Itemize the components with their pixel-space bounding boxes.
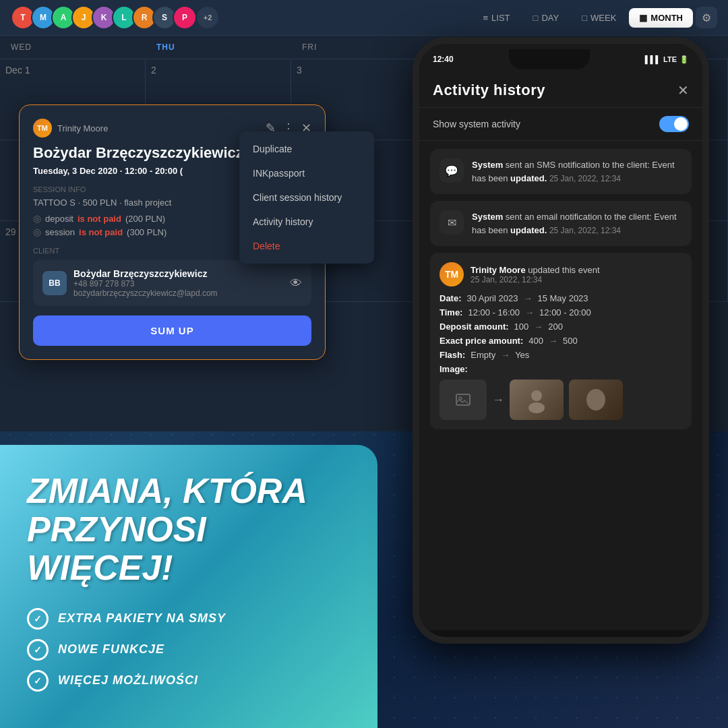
week-icon: □ xyxy=(582,13,587,23)
feature-funkcje: ✓ NOWE FUNKCJE xyxy=(27,639,351,661)
svg-point-4 xyxy=(586,389,605,411)
arrow-icon: → xyxy=(549,336,557,346)
change-price: Exact price amount: 400 → 500 xyxy=(439,336,682,346)
battery-icon: 🔋 xyxy=(679,55,689,64)
tab-day[interactable]: □ DAY xyxy=(523,8,570,28)
arrow-icon: → xyxy=(525,307,534,317)
sum-up-button[interactable]: SUM UP xyxy=(33,315,311,346)
client-email: bożydarbrzęczyszczykiewicz@lapd.com xyxy=(73,289,290,298)
user-avatar: TM xyxy=(33,119,52,138)
context-inkpassport[interactable]: INKpassport xyxy=(239,161,374,185)
client-details: Bożydar Brzęczyszczykiewicz +48 897 278 … xyxy=(73,268,290,298)
network-label: LTE xyxy=(663,55,677,63)
tab-week[interactable]: □ WEEK xyxy=(572,8,626,28)
deposit-dot-icon: ◎ xyxy=(33,213,41,224)
feature-sms: ✓ EXTRA PAKIETY NA SMSY xyxy=(27,608,351,630)
phone-mockup: 12:40 ▌▌▌ LTE 🔋 Activity history ✕ Show … xyxy=(413,37,709,644)
context-menu: Duplicate INKpassport Client session his… xyxy=(239,131,374,264)
system-activity-toggle[interactable] xyxy=(659,116,689,132)
headline: ZMIANA, KTÓRA PRZYNOSI WIĘCEJ! xyxy=(27,472,351,588)
sms-activity-text: System sent an SMS notification to the c… xyxy=(472,158,682,185)
change-time: Time: 12:00 - 16:00 → 12:00 - 20:00 xyxy=(439,307,682,317)
sms-icon: 💬 xyxy=(439,158,464,183)
context-delete[interactable]: Delete xyxy=(239,234,374,258)
activity-history-title: Activity history xyxy=(433,82,545,99)
image-preview-row: → xyxy=(439,380,682,420)
headline-line2: PRZYNOSI WIĘCEJ! xyxy=(27,510,351,587)
image-placeholder xyxy=(439,380,487,420)
context-activity-history[interactable]: Activity history xyxy=(239,210,374,234)
close-activity-button[interactable]: ✕ xyxy=(677,82,689,98)
session-dot-icon: ◎ xyxy=(33,226,41,237)
settings-button[interactable]: ⚙ xyxy=(696,7,717,28)
svg-point-2 xyxy=(531,390,542,401)
change-date: Date: 30 April 2023 → 15 May 2023 xyxy=(439,293,682,303)
cal-date: Dec 1 xyxy=(5,65,140,75)
email-activity-text: System sent an email notification to the… xyxy=(472,210,682,237)
arrow-icon: → xyxy=(523,293,532,303)
day-header-thu: THU xyxy=(146,36,291,59)
activity-history-header: Activity history ✕ xyxy=(419,71,702,108)
svg-point-3 xyxy=(528,402,545,413)
client-fullname: Bożydar Brzęczyszczykiewicz xyxy=(73,268,290,279)
check-icon-mozliwosci: ✓ xyxy=(27,670,49,692)
email-icon: ✉ xyxy=(439,210,464,235)
feature-mozliwosci: ✓ WIĘCEJ MOŻLIWOŚCI xyxy=(27,670,351,692)
image-result-1 xyxy=(510,380,564,420)
cal-date: 3 xyxy=(297,65,431,75)
arrow-icon: → xyxy=(501,350,510,360)
view-client-icon[interactable]: 👁 xyxy=(290,276,302,291)
user-activity-time: 25 Jan, 2022, 12:34 xyxy=(471,275,600,284)
context-duplicate[interactable]: Duplicate xyxy=(239,137,374,161)
day-icon: □ xyxy=(533,13,539,23)
feature-sms-label: EXTRA PAKIETY NA SMSY xyxy=(58,611,226,626)
change-deposit: Deposit amount: 100 → 200 xyxy=(439,322,682,332)
system-activity-label: Show system activity xyxy=(433,119,520,129)
activity-list: 💬 System sent an SMS notification to the… xyxy=(419,141,702,444)
system-activity-row: Show system activity xyxy=(419,108,702,141)
client-row: BB Bożydar Brzęczyszczykiewicz +48 897 2… xyxy=(33,260,311,306)
arrow-icon: → xyxy=(534,322,543,332)
calendar-header: T M A J K L R S P +2 ≡ LIST □ DAY □ WEEK xyxy=(0,0,728,36)
day-header-wed: WED xyxy=(0,36,146,59)
avatar-plus[interactable]: +2 xyxy=(195,5,220,30)
feature-mozliwosci-label: WIĘCEJ MOŻLIWOŚCI xyxy=(58,673,198,688)
phone-notch xyxy=(509,49,590,69)
avatar-9[interactable]: P xyxy=(173,5,197,30)
user-activity-avatar: TM xyxy=(439,262,464,286)
user-activity-meta: Trinity Moore updated this event xyxy=(471,265,600,275)
check-icon-sms: ✓ xyxy=(27,608,49,630)
feature-list: ✓ EXTRA PAKIETY NA SMSY ✓ NOWE FUNKCJE ✓… xyxy=(27,608,351,692)
image-result-2 xyxy=(569,380,623,420)
list-icon: ≡ xyxy=(483,13,488,23)
signal-bars: ▌▌▌ xyxy=(645,55,661,63)
month-icon: ▦ xyxy=(639,13,647,23)
check-icon-funkcje: ✓ xyxy=(27,639,49,661)
change-image: Image: xyxy=(439,364,682,374)
client-phone: +48 897 278 873 xyxy=(73,279,290,289)
tab-list[interactable]: ≡ LIST xyxy=(473,8,520,28)
phone-time: 12:40 xyxy=(433,55,454,64)
card-user-name: Trinity Moore xyxy=(57,123,108,133)
user-activity-item: TM Trinity Moore updated this event 25 J… xyxy=(430,253,692,429)
image-arrow-icon: → xyxy=(492,393,504,407)
activity-sms: 💬 System sent an SMS notification to the… xyxy=(430,149,692,194)
tab-month[interactable]: ▦ MONTH xyxy=(629,8,693,28)
card-user-info: TM Trinity Moore xyxy=(33,119,108,138)
avatars-row: T M A J K L R S P +2 xyxy=(11,5,216,30)
phone-signal: ▌▌▌ LTE 🔋 xyxy=(645,55,689,64)
activity-email: ✉ System sent an email notification to t… xyxy=(430,201,692,246)
headline-line1: ZMIANA, KTÓRA xyxy=(27,472,351,510)
view-tabs: ≡ LIST □ DAY □ WEEK ▦ MONTH ⚙ xyxy=(473,7,717,28)
feature-funkcje-label: NOWE FUNKCJE xyxy=(58,642,164,657)
change-flash: Flash: Empty → Yes xyxy=(439,350,682,360)
bottom-section: ZMIANA, KTÓRA PRZYNOSI WIĘCEJ! ✓ EXTRA P… xyxy=(0,445,377,728)
day-header-fri: FRI xyxy=(291,36,437,59)
phone-status-bar: 12:40 ▌▌▌ LTE 🔋 xyxy=(419,44,702,71)
cal-date: 2 xyxy=(151,65,285,75)
context-client-history[interactable]: Client session history xyxy=(239,185,374,210)
user-activity-header: TM Trinity Moore updated this event 25 J… xyxy=(439,262,682,286)
phone-content: Activity history ✕ Show system activity … xyxy=(419,71,702,630)
client-initials: BB xyxy=(42,271,67,295)
